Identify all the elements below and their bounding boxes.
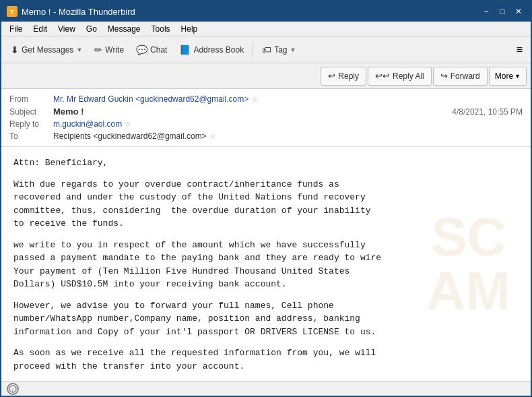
svg-text:T: T — [10, 9, 14, 16]
reply-all-icon: ↩↩ — [375, 71, 390, 81]
forward-icon: ↪ — [440, 71, 448, 81]
window-title: Memo ! - Mozilla Thunderbird — [22, 7, 135, 17]
tag-button[interactable]: 🏷 Tag ▼ — [257, 42, 301, 58]
paragraph-4: As soon as we receive all the requested … — [13, 346, 519, 373]
reply-to-value[interactable]: m.guckin@aol.com — [53, 119, 122, 129]
to-value: Recipients <guckinedward62@gmail.com> — [53, 131, 207, 141]
address-book-icon: 📘 — [179, 44, 191, 55]
menu-tools[interactable]: Tools — [146, 23, 176, 35]
menu-go[interactable]: Go — [81, 23, 102, 35]
close-button[interactable]: ✕ — [512, 5, 525, 18]
write-button[interactable]: ✏ Write — [89, 42, 129, 58]
app-icon: T — [7, 6, 18, 17]
subject-row: Subject Memo ! 4/8/2021, 10:55 PM — [9, 105, 523, 118]
address-book-button[interactable]: 📘 Address Book — [174, 42, 249, 58]
more-dropdown-arrow: ▼ — [514, 73, 521, 80]
email-date: 4/8/2021, 10:55 PM — [452, 107, 523, 117]
menu-file[interactable]: File — [4, 23, 28, 35]
write-icon: ✏ — [94, 44, 102, 55]
from-label: From — [9, 94, 53, 104]
action-toolbar: ↩ Reply ↩↩ Reply All ↪ Forward More ▼ — [1, 63, 531, 89]
reply-to-star-icon[interactable]: ☆ — [125, 120, 131, 129]
chat-icon: 💬 — [136, 44, 147, 55]
email-body-container: SCAM Attn: Beneficiary, With due regards… — [1, 147, 531, 381]
titlebar-controls: − □ ✕ — [479, 5, 525, 18]
from-value[interactable]: Mr. Mr Edward Guckin <guckinedward62@gma… — [53, 94, 248, 104]
from-star-icon[interactable]: ☆ — [251, 95, 258, 104]
subject-label: Subject — [9, 107, 53, 117]
chat-button[interactable]: 💬 Chat — [131, 42, 172, 58]
to-label: To — [9, 131, 53, 141]
reply-to-label: Reply to — [9, 119, 53, 129]
menu-edit[interactable]: Edit — [28, 23, 53, 35]
paragraph-3: However, we advise you to forward your f… — [13, 299, 519, 339]
paragraph-1: With due regards to your overdue contrac… — [13, 178, 519, 231]
hamburger-menu[interactable]: ≡ — [512, 41, 527, 59]
to-row: To Recipients <guckinedward62@gmail.com>… — [9, 130, 523, 142]
titlebar-left: T Memo ! - Mozilla Thunderbird — [7, 6, 135, 17]
wifi-status-icon: ( — [7, 383, 19, 395]
reply-icon: ↩ — [328, 71, 335, 81]
get-messages-button[interactable]: ⬇ Get Messages ▼ — [5, 42, 88, 58]
subject-value: Memo ! — [53, 106, 84, 117]
attn-line: Attn: Beneficiary, — [13, 156, 519, 170]
email-body: Attn: Beneficiary, With due regards to y… — [1, 147, 531, 381]
reply-all-button[interactable]: ↩↩ Reply All — [368, 67, 432, 86]
reply-button[interactable]: ↩ Reply — [321, 67, 366, 86]
tag-dropdown-arrow[interactable]: ▼ — [290, 47, 296, 53]
email-header: From Mr. Mr Edward Guckin <guckinedward6… — [1, 89, 531, 147]
main-window: T Memo ! - Mozilla Thunderbird − □ ✕ Fil… — [0, 0, 532, 397]
titlebar: T Memo ! - Mozilla Thunderbird − □ ✕ — [1, 1, 531, 22]
get-messages-dropdown-arrow[interactable]: ▼ — [76, 47, 82, 53]
tag-icon: 🏷 — [262, 44, 271, 55]
from-row: From Mr. Mr Edward Guckin <guckinedward6… — [9, 93, 523, 105]
reply-to-row: Reply to m.guckin@aol.com ☆ — [9, 118, 523, 130]
maximize-button[interactable]: □ — [496, 5, 509, 18]
to-star-icon[interactable]: ☆ — [209, 132, 216, 141]
menu-view[interactable]: View — [53, 23, 81, 35]
menubar: File Edit View Go Message Tools Help — [1, 22, 531, 36]
minimize-button[interactable]: − — [479, 5, 493, 18]
menu-message[interactable]: Message — [102, 23, 146, 35]
forward-button[interactable]: ↪ Forward — [433, 67, 488, 86]
main-toolbar: ⬇ Get Messages ▼ ✏ Write 💬 Chat 📘 Addres… — [1, 36, 531, 63]
more-button[interactable]: More ▼ — [489, 67, 527, 86]
statusbar: ( — [1, 381, 531, 396]
toolbar-separator — [253, 42, 253, 58]
paragraph-2: we write to you in respect of the amount… — [13, 239, 519, 291]
menu-help[interactable]: Help — [176, 23, 203, 35]
get-messages-icon: ⬇ — [11, 44, 19, 55]
